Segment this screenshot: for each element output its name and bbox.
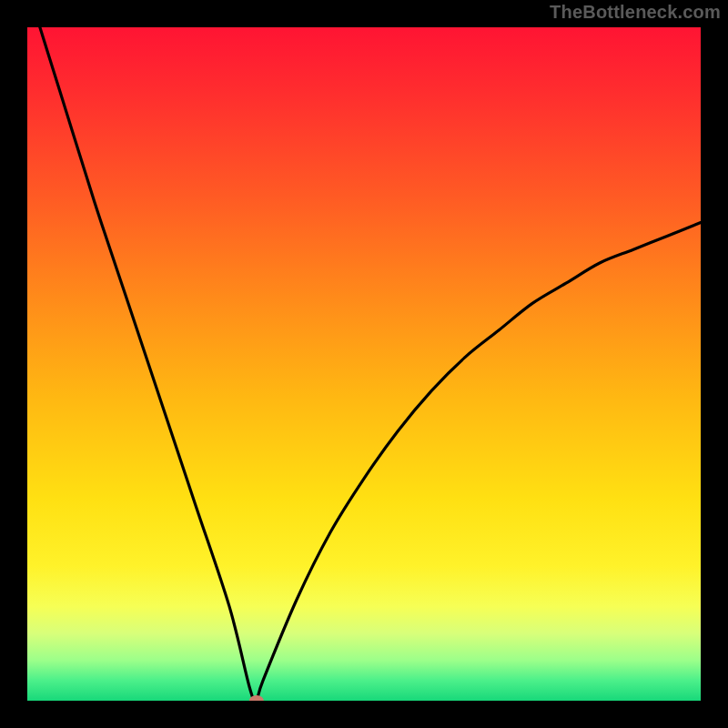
watermark-text: TheBottleneck.com <box>550 2 721 23</box>
bottleneck-curve <box>27 27 701 701</box>
optimal-point-marker <box>248 695 263 701</box>
chart-frame: TheBottleneck.com <box>0 0 728 728</box>
plot-area <box>27 27 701 701</box>
